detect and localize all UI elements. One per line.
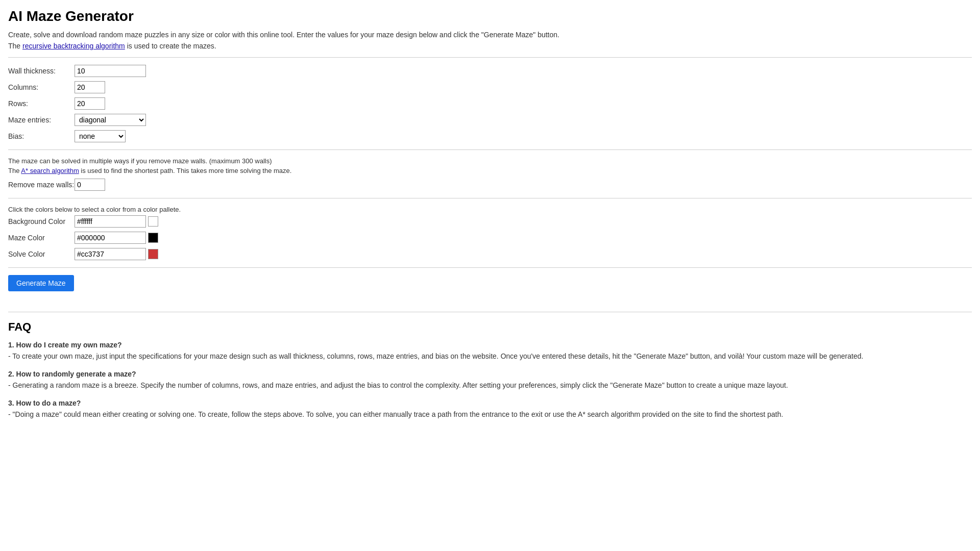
maze-color-row: Maze Color: [8, 232, 972, 244]
walls-info-after: is used to find the shortest path. This …: [79, 167, 292, 174]
divider-2: [8, 149, 972, 150]
columns-input[interactable]: [75, 81, 105, 93]
faq-item-3: 3. How to do a maze? - "Doing a maze" co…: [8, 399, 972, 420]
faq-answer-1: - To create your own maze, just input th…: [8, 351, 972, 362]
walls-info-line2: The A* search algorithm is used to find …: [8, 167, 972, 174]
algo-text-after: is used to create the mazes.: [125, 42, 216, 50]
columns-label: Columns:: [8, 83, 75, 91]
faq-question-2: 2. How to randomly generate a maze?: [8, 370, 972, 378]
color-click-text: Click the colors below to select a color…: [8, 206, 972, 213]
background-color-input[interactable]: [75, 215, 146, 228]
maze-color-label: Maze Color: [8, 234, 75, 242]
maze-color-input[interactable]: [75, 232, 146, 244]
walls-info-line1: The maze can be solved in multiple ways …: [8, 157, 972, 165]
background-color-row: Background Color: [8, 215, 972, 228]
faq-answer-3: - "Doing a maze" could mean either creat…: [8, 409, 972, 420]
bias-select[interactable]: none horizontal vertical: [75, 130, 126, 142]
faq-item-2: 2. How to randomly generate a maze? - Ge…: [8, 370, 972, 391]
columns-row: Columns:: [8, 81, 972, 93]
walls-info-before: The: [8, 167, 21, 174]
wall-thickness-row: Wall thickness:: [8, 65, 972, 77]
algo-line: The recursive backtracking algorithm is …: [8, 42, 972, 50]
bias-label: Bias:: [8, 132, 75, 140]
algo-text-before: The: [8, 42, 22, 50]
maze-color-swatch[interactable]: [148, 233, 158, 243]
maze-entries-row: Maze entries: diagonal horizontal vertic…: [8, 114, 972, 126]
faq-item-1: 1. How do I create my own maze? - To cre…: [8, 341, 972, 362]
bias-row: Bias: none horizontal vertical: [8, 130, 972, 142]
page-title: AI Maze Generator: [8, 8, 972, 24]
wall-thickness-input[interactable]: [75, 65, 146, 77]
recursive-backtracking-link[interactable]: recursive backtracking algorithm: [22, 42, 125, 50]
wall-thickness-label: Wall thickness:: [8, 67, 75, 75]
page-description: Create, solve and download random maze p…: [8, 31, 972, 39]
solve-color-swatch[interactable]: [148, 249, 158, 259]
divider-4: [8, 267, 972, 268]
rows-label: Rows:: [8, 99, 75, 108]
faq-answer-2: - Generating a random maze is a breeze. …: [8, 380, 972, 391]
solve-color-input[interactable]: [75, 248, 146, 260]
solve-color-row: Solve Color: [8, 248, 972, 260]
background-color-label: Background Color: [8, 217, 75, 226]
maze-entries-select[interactable]: diagonal horizontal vertical random: [75, 114, 146, 126]
solve-color-label: Solve Color: [8, 250, 75, 258]
rows-input[interactable]: [75, 97, 105, 110]
divider-3: [8, 198, 972, 198]
background-color-swatch[interactable]: [148, 216, 158, 227]
faq-question-3: 3. How to do a maze?: [8, 399, 972, 407]
remove-walls-label: Remove maze walls:: [8, 181, 75, 189]
rows-row: Rows:: [8, 97, 972, 110]
astar-search-link[interactable]: A* search algorithm: [21, 167, 79, 174]
remove-walls-input[interactable]: [75, 179, 105, 191]
maze-entries-label: Maze entries:: [8, 116, 75, 124]
faq-question-1: 1. How do I create my own maze?: [8, 341, 972, 349]
generate-maze-button[interactable]: Generate Maze: [8, 275, 74, 291]
faq-title: FAQ: [8, 320, 972, 334]
remove-walls-row: Remove maze walls:: [8, 179, 972, 191]
divider-1: [8, 57, 972, 58]
faq-section: FAQ 1. How do I create my own maze? - To…: [8, 312, 972, 420]
